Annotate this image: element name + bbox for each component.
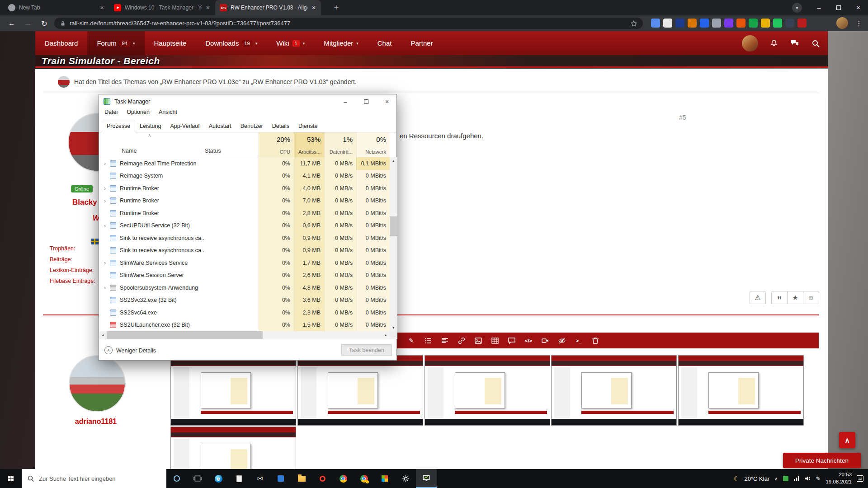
address-bar[interactable]: rail-sim.de/forum/thread/36547-rw-enhanc… bbox=[54, 18, 643, 29]
window-close-button[interactable]: × bbox=[849, 0, 868, 15]
eye-slash-icon[interactable] bbox=[558, 337, 566, 345]
settings-gear-icon[interactable] bbox=[395, 469, 416, 488]
extension-icon[interactable] bbox=[712, 19, 721, 28]
tray-app-icon[interactable] bbox=[783, 476, 788, 481]
weather-text[interactable]: 20°C Klar bbox=[744, 475, 769, 482]
browser-menu-icon[interactable]: ⋮ bbox=[854, 18, 863, 29]
nav-item[interactable]: Mitglieder ▾ bbox=[314, 31, 368, 55]
conversations-icon[interactable] bbox=[790, 38, 800, 48]
pen-icon[interactable]: ✎ bbox=[816, 475, 821, 482]
extension-icon[interactable] bbox=[700, 19, 709, 28]
scrollbar-thumb[interactable] bbox=[390, 216, 397, 236]
browser-tab[interactable]: New Tab × bbox=[4, 0, 109, 15]
details-toggle-label[interactable]: Weniger Details bbox=[116, 347, 156, 354]
volume-icon[interactable] bbox=[805, 475, 811, 482]
process-row[interactable]: › SecUPDUtil Service (32 Bit) 0% 0,6 MB … bbox=[99, 220, 390, 232]
action-center-icon[interactable]: 12 bbox=[857, 475, 863, 482]
scroll-right-icon[interactable]: ► bbox=[382, 331, 390, 339]
tm-tab[interactable]: Autostart bbox=[204, 120, 236, 132]
nav-item[interactable]: Forum 94 ▾ bbox=[87, 31, 144, 55]
new-tab-button[interactable]: + bbox=[331, 2, 342, 13]
edge-icon[interactable]: e bbox=[208, 469, 229, 488]
tab-close-icon[interactable]: × bbox=[99, 5, 105, 11]
attachment-thumbnail[interactable] bbox=[425, 355, 550, 426]
nav-item[interactable]: Chat bbox=[368, 31, 401, 55]
process-row[interactable]: › Runtime Broker 0% 7,0 MB 0 MB/s 0 MBit… bbox=[99, 195, 390, 207]
terminal-icon[interactable]: >_ bbox=[575, 337, 583, 345]
nav-item[interactable]: Hauptseite bbox=[145, 31, 196, 55]
nav-item[interactable]: Downloads 19 ▾ bbox=[196, 31, 267, 55]
chevron-right-icon[interactable]: › bbox=[101, 160, 109, 167]
quote-button[interactable]: ” bbox=[771, 291, 788, 304]
post-number[interactable]: #5 bbox=[679, 114, 686, 121]
extension-icon[interactable] bbox=[749, 19, 758, 28]
office-icon[interactable] bbox=[374, 469, 395, 488]
tm-tab[interactable]: Benutzer bbox=[236, 120, 268, 132]
avatar[interactable] bbox=[69, 355, 126, 412]
extension-icon[interactable] bbox=[773, 19, 782, 28]
chrome-profile-2-icon[interactable] bbox=[354, 469, 374, 488]
weather-moon-icon[interactable]: ☾ bbox=[734, 475, 740, 482]
process-row[interactable]: Sink to receive asynchronous ca... 0% 0,… bbox=[99, 244, 390, 257]
process-row[interactable]: SS2UILauncher.exe (32 Bit) 0% 1,5 MB 0 M… bbox=[99, 319, 390, 332]
tm-menu-item[interactable]: Optionen bbox=[127, 109, 159, 119]
attachment-thumbnail[interactable] bbox=[678, 355, 804, 426]
extension-icon[interactable] bbox=[651, 19, 660, 28]
horizontal-scrollbar[interactable]: ◄ ► bbox=[99, 331, 390, 339]
nav-item[interactable]: Dashboard bbox=[35, 31, 87, 55]
column-header-network[interactable]: 0% Netzwerk bbox=[356, 132, 390, 157]
column-header-name[interactable]: Name bbox=[122, 148, 137, 154]
photos-icon[interactable] bbox=[270, 469, 291, 488]
unordered-list-icon[interactable] bbox=[424, 337, 432, 345]
search-input[interactable] bbox=[39, 475, 156, 482]
user-avatar[interactable] bbox=[742, 35, 758, 52]
align-left-icon[interactable] bbox=[441, 337, 449, 345]
extension-icon[interactable] bbox=[797, 19, 807, 28]
extension-icon[interactable] bbox=[736, 19, 745, 28]
post-author-name[interactable]: Blacky bbox=[72, 198, 97, 207]
task-manager-taskbar-icon[interactable] bbox=[416, 469, 437, 488]
taskbar-search[interactable] bbox=[22, 469, 166, 488]
browser-tab[interactable]: Windows 10 - Task-Manager - Yo... × bbox=[109, 0, 215, 15]
tm-tab[interactable]: Dienste bbox=[294, 120, 322, 132]
process-row[interactable]: › Runtime Broker 0% 4,0 MB 0 MB/s 0 MBit… bbox=[99, 182, 390, 195]
process-row[interactable]: Sink to receive asynchronous ca... 0% 0,… bbox=[99, 232, 390, 244]
extension-icon[interactable] bbox=[675, 19, 684, 28]
bookmark-star-icon[interactable] bbox=[630, 20, 637, 27]
tm-menu-item[interactable]: Ansicht bbox=[159, 109, 186, 119]
nav-item[interactable]: Partner bbox=[401, 31, 442, 55]
forward-icon[interactable]: → bbox=[22, 18, 34, 29]
extension-icon[interactable] bbox=[724, 19, 733, 28]
chevron-right-icon[interactable]: › bbox=[101, 197, 109, 204]
extension-icon[interactable] bbox=[663, 19, 672, 28]
tm-menu-item[interactable]: Datei bbox=[104, 109, 127, 119]
process-row[interactable]: Runtime Broker 0% 2,8 MB 0 MB/s 0 MBit/s bbox=[99, 207, 390, 220]
comment-icon[interactable] bbox=[508, 337, 516, 345]
process-row[interactable]: › Reimage Real Time Protection 0% 11,7 M… bbox=[99, 157, 390, 170]
tm-tab[interactable]: Prozesse bbox=[102, 120, 135, 132]
process-row[interactable]: SS2Svc32.exe (32 Bit) 0% 3,6 MB 0 MB/s 0… bbox=[99, 294, 390, 307]
tab-search-icon[interactable]: ▾ bbox=[792, 3, 802, 13]
column-header-status[interactable]: Status bbox=[201, 148, 221, 154]
tm-tab[interactable]: Leistung bbox=[135, 120, 165, 132]
notepad-icon[interactable] bbox=[229, 469, 250, 488]
tm-close-button[interactable]: × bbox=[377, 94, 397, 109]
search-icon[interactable] bbox=[811, 38, 821, 48]
vertical-scrollbar[interactable]: ▲ ▼ bbox=[390, 157, 397, 331]
chrome-icon[interactable] bbox=[333, 469, 354, 488]
private-messages-button[interactable]: Private Nachrichten bbox=[783, 453, 861, 468]
image-icon[interactable] bbox=[474, 337, 482, 345]
extension-icon[interactable] bbox=[785, 19, 794, 28]
trash-icon[interactable] bbox=[591, 337, 599, 345]
tray-expand-chevron-icon[interactable]: ∧ bbox=[774, 476, 778, 481]
scroll-to-top-button[interactable]: ∧ bbox=[839, 432, 855, 448]
chevron-right-icon[interactable]: › bbox=[101, 222, 109, 229]
mail-icon[interactable]: ✉ bbox=[250, 469, 270, 488]
taskbar-clock[interactable]: 20:53 19.08.2021 bbox=[826, 471, 852, 485]
process-row[interactable]: › SlimWare.Services Service 0% 1,7 MB 0 … bbox=[99, 257, 390, 269]
nav-item[interactable]: Wiki 1 ▾ bbox=[267, 31, 314, 55]
code-icon[interactable]: </> bbox=[524, 337, 533, 345]
column-header-cpu[interactable]: 20% CPU bbox=[259, 132, 294, 157]
report-button[interactable]: ⚠ bbox=[750, 291, 766, 304]
collapse-details-icon[interactable]: ∧ bbox=[104, 346, 113, 354]
